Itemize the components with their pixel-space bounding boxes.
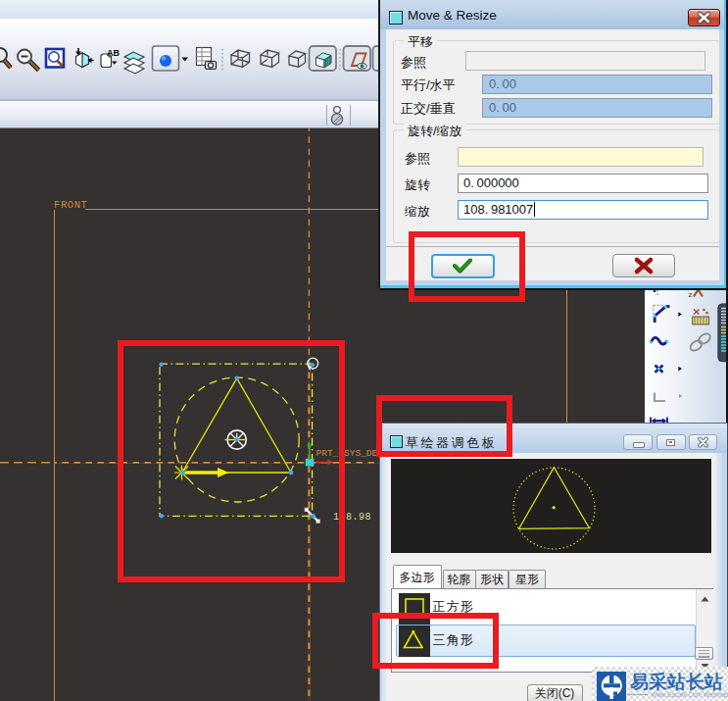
svg-text:z: z (689, 290, 693, 299)
svg-text:FRONT: FRONT (54, 199, 88, 211)
